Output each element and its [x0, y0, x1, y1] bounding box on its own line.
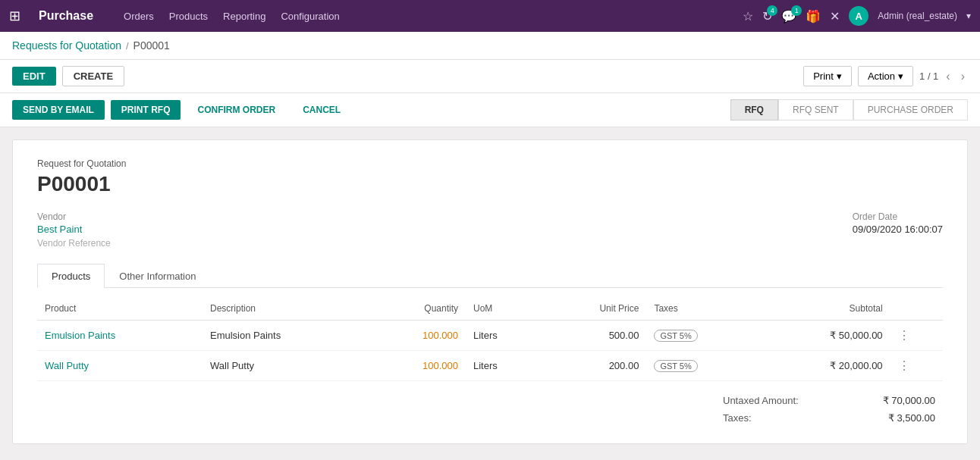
print-rfq-button[interactable]: PRINT RFQ [111, 100, 181, 120]
cell-row-menu[interactable]: ⋮ [890, 351, 943, 381]
nav-products[interactable]: Products [169, 11, 208, 22]
tab-products[interactable]: Products [37, 264, 105, 288]
col-subtotal: Subtotal [759, 297, 890, 321]
vendor-label: Vendor [37, 211, 111, 222]
user-name: Admin (real_estate) [878, 11, 957, 21]
star-icon[interactable]: ☆ [743, 9, 753, 23]
breadcrumb-separator: / [126, 40, 129, 52]
cell-unit-price: 500.00 [542, 321, 647, 351]
breadcrumb-current: P00001 [133, 39, 170, 52]
cell-product[interactable]: Emulsion Paints [37, 321, 203, 351]
col-uom: UoM [466, 297, 542, 321]
untaxed-amount-row: Untaxed Amount: ₹ 70,000.00 [723, 393, 935, 408]
toolbar: EDIT CREATE Print ▾ Action ▾ 1 / 1 ‹ › [0, 60, 980, 93]
doc-label: Request for Quotation [37, 158, 943, 169]
status-bar: SEND BY EMAIL PRINT RFQ CONFIRM ORDER CA… [0, 93, 980, 127]
breadcrumb: Requests for Quotation / P00001 [0, 32, 980, 60]
cell-row-menu[interactable]: ⋮ [890, 321, 943, 351]
cell-taxes: GST 5% [646, 321, 759, 351]
cancel-button[interactable]: CANCEL [292, 100, 351, 120]
create-button[interactable]: CREATE [62, 66, 124, 86]
top-nav: ⊞ Purchase Orders Products Reporting Con… [0, 0, 980, 32]
order-date-field: Order Date 09/09/2020 16:00:07 [853, 211, 943, 249]
order-date-value: 09/09/2020 16:00:07 [853, 224, 943, 235]
cell-description: Emulsion Paints [203, 321, 368, 351]
col-quantity: Quantity [368, 297, 466, 321]
pagination-text: 1 / 1 [919, 70, 938, 82]
cell-unit-price: 200.00 [542, 351, 647, 381]
summary-section: Untaxed Amount: ₹ 70,000.00 Taxes: ₹ 3,5… [37, 381, 943, 425]
nav-reporting[interactable]: Reporting [223, 11, 265, 22]
pagination: 1 / 1 ‹ › [919, 68, 968, 85]
print-button[interactable]: Print ▾ [803, 66, 852, 86]
tabs: Products Other Information [37, 264, 943, 288]
products-table: Product Description Quantity UoM Unit Pr… [37, 297, 943, 381]
table-row: Emulsion Paints Emulsion Paints 100.000 … [37, 321, 943, 351]
cell-product[interactable]: Wall Putty [37, 351, 203, 381]
right-icons: ☆ ↻ 4 💬 1 🎁 ✕ A Admin (real_estate) ▾ [743, 6, 971, 26]
refresh-icon[interactable]: ↻ 4 [762, 9, 772, 23]
user-dropdown-arrow[interactable]: ▾ [966, 11, 971, 21]
col-actions [890, 297, 943, 321]
taxes-value: ₹ 3,500.00 [888, 412, 935, 424]
tab-other-information[interactable]: Other Information [105, 264, 210, 288]
nav-links: Orders Products Reporting Configuration [124, 11, 727, 22]
taxes-label: Taxes: [723, 412, 752, 424]
nav-configuration[interactable]: Configuration [281, 11, 339, 22]
main-content: Request for Quotation P00001 Vendor Best… [0, 127, 980, 456]
col-description: Description [203, 297, 368, 321]
next-page-button[interactable]: › [958, 68, 968, 85]
cell-subtotal: ₹ 20,000.00 [759, 351, 890, 381]
stage-rfq[interactable]: RFQ [730, 99, 778, 120]
app-title: Purchase [39, 9, 93, 23]
order-date-label: Order Date [853, 211, 943, 222]
vendor-ref-label: Vendor Reference [37, 238, 111, 249]
cell-subtotal: ₹ 50,000.00 [759, 321, 890, 351]
col-unit-price: Unit Price [542, 297, 647, 321]
print-action: Print ▾ Action ▾ [803, 66, 913, 86]
stage-purchase-order[interactable]: PURCHASE ORDER [853, 99, 968, 120]
confirm-order-button[interactable]: CONFIRM ORDER [187, 100, 286, 120]
cell-uom: Liters [466, 321, 542, 351]
nav-orders[interactable]: Orders [124, 11, 154, 22]
untaxed-value: ₹ 70,000.00 [883, 395, 935, 406]
vendor-field: Vendor Best Paint Vendor Reference [37, 211, 111, 249]
breadcrumb-parent[interactable]: Requests for Quotation [12, 39, 121, 52]
cell-uom: Liters [466, 351, 542, 381]
cell-description: Wall Putty [203, 351, 368, 381]
stage-rfq-sent[interactable]: RFQ SENT [778, 99, 853, 120]
doc-number: P00001 [37, 172, 943, 196]
status-stages: RFQ RFQ SENT PURCHASE ORDER [730, 99, 968, 120]
untaxed-label: Untaxed Amount: [723, 395, 799, 406]
document-card: Request for Quotation P00001 Vendor Best… [12, 139, 968, 444]
user-avatar: A [849, 6, 868, 26]
close-icon[interactable]: ✕ [830, 9, 840, 23]
cell-quantity: 100.000 [368, 321, 466, 351]
app-grid-icon[interactable]: ⊞ [9, 8, 20, 24]
chat-badge: 1 [791, 5, 802, 16]
cell-taxes: GST 5% [646, 351, 759, 381]
fields-row: Vendor Best Paint Vendor Reference Order… [37, 211, 943, 249]
chat-icon[interactable]: 💬 1 [781, 9, 796, 23]
col-taxes: Taxes [646, 297, 759, 321]
col-product: Product [37, 297, 203, 321]
action-button[interactable]: Action ▾ [858, 66, 913, 86]
cell-quantity: 100.000 [368, 351, 466, 381]
edit-button[interactable]: EDIT [12, 67, 56, 86]
prev-page-button[interactable]: ‹ [943, 68, 953, 85]
table-row: Wall Putty Wall Putty 100.000 Liters 200… [37, 351, 943, 381]
vendor-value[interactable]: Best Paint [37, 224, 111, 235]
taxes-row: Taxes: ₹ 3,500.00 [723, 411, 935, 425]
refresh-badge: 4 [767, 5, 777, 16]
gift-icon[interactable]: 🎁 [806, 9, 821, 23]
send-by-email-button[interactable]: SEND BY EMAIL [12, 100, 105, 120]
